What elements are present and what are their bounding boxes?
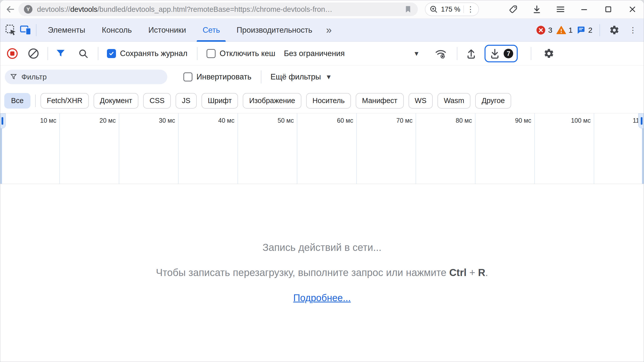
error-counter[interactable]: 3 <box>536 25 552 35</box>
tab-performance[interactable]: Производительность <box>228 19 320 42</box>
chip-js[interactable]: JS <box>176 93 197 109</box>
record-stop-icon <box>7 48 18 59</box>
close-button[interactable] <box>627 4 638 15</box>
tab-label: Производительность <box>236 26 312 35</box>
block-icon <box>28 48 39 59</box>
messages-icon <box>577 26 586 35</box>
export-har-button[interactable]: 7 <box>485 45 518 62</box>
preserve-log-checkbox[interactable] <box>107 49 116 58</box>
more-tabs-chevron-icon[interactable]: » <box>320 24 337 36</box>
message-count: 2 <box>588 26 592 34</box>
divider <box>457 47 457 60</box>
close-icon <box>628 5 637 14</box>
ruler-tick: 110 <box>594 113 644 184</box>
network-conditions-button[interactable] <box>433 46 448 61</box>
tab-network[interactable]: Сеть <box>194 19 228 42</box>
ruler-tick: 60 мс <box>297 113 357 184</box>
wifi-gear-icon <box>435 48 447 60</box>
back-button[interactable] <box>4 3 17 16</box>
chevron-down-icon: ▼ <box>413 50 420 58</box>
ruler-tick: 100 мс <box>535 113 594 184</box>
chip-wasm[interactable]: Wasm <box>437 93 470 109</box>
collections-button[interactable] <box>507 4 519 15</box>
search-button[interactable] <box>76 47 90 61</box>
tab-label: Консоль <box>102 26 132 35</box>
invert-filter-checkbox[interactable] <box>183 72 192 81</box>
error-icon <box>536 25 546 35</box>
tab-console[interactable]: Консоль <box>94 19 140 42</box>
chip-media[interactable]: Носитель <box>306 93 351 109</box>
chip-css[interactable]: CSS <box>143 93 171 109</box>
ruler-tick: 20 мс <box>60 113 119 184</box>
devtools-settings-button[interactable] <box>607 23 622 37</box>
divider <box>48 47 48 60</box>
zoom-level: 175 % <box>441 6 460 13</box>
tab-label: Источники <box>148 26 186 35</box>
inspect-cursor-icon <box>5 24 17 36</box>
tab-elements[interactable]: Элементы <box>39 19 94 42</box>
chip-all[interactable]: Все <box>4 93 30 109</box>
import-har-button[interactable] <box>464 46 478 61</box>
network-toolbar: Сохранять журнал Отключить кеш Без огран… <box>0 42 644 66</box>
downloads-button[interactable] <box>531 4 543 15</box>
kebab-menu-icon: ⋮ <box>629 26 637 34</box>
divider <box>98 47 98 60</box>
back-arrow-icon <box>5 4 15 14</box>
network-empty-state: Запись действий в сети... Чтобы записать… <box>0 184 644 362</box>
tab-label: Сеть <box>203 26 220 35</box>
disable-cache-label: Отключить кеш <box>220 49 275 58</box>
chip-font[interactable]: Шрифт <box>202 93 238 109</box>
chip-fetch-xhr[interactable]: Fetch/XHR <box>41 93 89 109</box>
zoom-control[interactable]: 175 % ⋮ <box>425 3 479 16</box>
tab-sources[interactable]: Источники <box>140 19 194 42</box>
maximize-button[interactable] <box>602 4 614 15</box>
network-overview-timeline[interactable]: 10 мс 20 мс 30 мс 40 мс 50 мс 60 мс 70 м… <box>0 113 644 184</box>
throttling-select[interactable]: Без ограничения ▼ <box>284 49 420 58</box>
overview-right-handle[interactable] <box>642 113 644 184</box>
devtools-menu-button[interactable]: ⋮ <box>626 23 640 37</box>
filter-input[interactable] <box>21 73 162 81</box>
minimize-button[interactable] <box>578 4 590 15</box>
record-network-log-button[interactable] <box>5 47 19 61</box>
issues-counter[interactable]: 2 <box>577 26 592 35</box>
network-settings-button[interactable] <box>541 46 556 61</box>
ctrl-key-label: Ctrl <box>449 267 467 278</box>
clear-network-log-button[interactable] <box>26 47 41 61</box>
preserve-log-label: Сохранять журнал <box>120 49 187 58</box>
browser-menu-button[interactable] <box>555 4 566 15</box>
site-favicon: Y <box>24 5 32 14</box>
warning-counter[interactable]: 1 <box>556 25 573 35</box>
divider <box>261 70 261 83</box>
disable-cache-checkbox[interactable] <box>207 49 216 58</box>
upload-icon <box>465 48 477 59</box>
chevron-down-icon[interactable]: ▼ <box>326 73 332 81</box>
more-filters-label[interactable]: Ещё фильтры <box>270 72 321 81</box>
chip-ws[interactable]: WS <box>409 93 433 109</box>
filter-toggle-button[interactable] <box>54 47 68 61</box>
ruler-tick: 90 мс <box>475 113 535 184</box>
divider <box>35 95 36 107</box>
bookmark-icon[interactable] <box>404 5 412 14</box>
ruler-tick: 50 мс <box>238 113 297 184</box>
inspect-element-button[interactable] <box>4 23 18 37</box>
chip-manifest[interactable]: Манифест <box>356 93 404 109</box>
zoom-in-icon <box>429 5 438 14</box>
device-toolbar-toggle[interactable] <box>18 23 33 37</box>
browser-toolbar: Y devtools://devtools/bundled/devtools_a… <box>0 0 644 19</box>
invert-filter-label: Инвертировать <box>196 72 251 81</box>
overview-left-handle[interactable] <box>0 113 2 184</box>
chip-image[interactable]: Изображение <box>243 93 301 109</box>
ruler-tick: 30 мс <box>119 113 179 184</box>
chip-other[interactable]: Другое <box>475 93 511 109</box>
chip-document[interactable]: Документ <box>94 93 139 109</box>
divider <box>36 24 36 36</box>
address-bar[interactable]: Y devtools://devtools/bundled/devtools_a… <box>18 3 418 16</box>
request-type-filters: Все Fetch/XHR Документ CSS JS Шрифт Изоб… <box>0 88 644 113</box>
learn-more-link[interactable]: Подробнее... <box>293 293 351 303</box>
funnel-icon <box>10 73 17 81</box>
warning-icon <box>556 25 566 35</box>
devtools-tab-bar: Элементы Консоль Источники Сеть Производ… <box>0 19 644 42</box>
zoom-menu-icon[interactable]: ⋮ <box>467 6 474 13</box>
gear-icon <box>543 48 554 59</box>
maximize-icon <box>604 5 613 14</box>
